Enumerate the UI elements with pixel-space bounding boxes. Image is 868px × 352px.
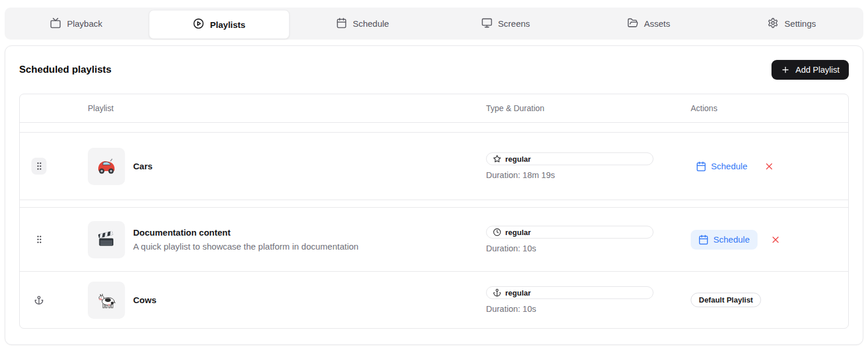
tab-label: Playback	[67, 19, 102, 29]
playlist-name: Cars	[133, 161, 152, 171]
calendar-icon	[698, 234, 709, 245]
anchored-indicator	[31, 291, 47, 308]
star-icon	[493, 155, 501, 163]
cow-emoji	[95, 289, 118, 312]
table-header-row: Playlist Type & Duration Actions	[20, 94, 848, 123]
grip-vertical-icon	[34, 161, 44, 171]
plus-icon	[781, 65, 790, 74]
schedule-button[interactable]: Schedule	[696, 161, 748, 172]
tab-label: Screens	[498, 19, 530, 29]
tab-playback[interactable]: Playback	[5, 8, 148, 40]
default-playlist-badge: Default Playlist	[691, 293, 761, 307]
clock-icon	[493, 228, 501, 236]
tab-schedule[interactable]: Schedule	[291, 8, 434, 40]
playlist-name: Cows	[133, 295, 156, 305]
playlist-thumbnail	[88, 282, 125, 319]
playlist-type-label: regular	[505, 228, 531, 237]
folder-open-icon	[627, 17, 638, 30]
tab-label: Playlists	[210, 20, 245, 30]
table-row-cows: Cows regular Duration: 10s Default Playl…	[20, 272, 848, 328]
playlist-type-badge: regular	[486, 152, 653, 165]
x-icon	[770, 234, 781, 245]
anchor-icon	[493, 289, 501, 297]
playlist-type-badge: regular	[486, 286, 653, 299]
playlist-description: A quick playlist to showcase the platfor…	[133, 241, 359, 251]
add-playlist-label: Add Playlist	[795, 65, 840, 74]
delete-playlist-button[interactable]	[770, 234, 781, 245]
type-duration-column-header: Type & Duration	[486, 104, 672, 113]
playlist-info: Cars	[133, 161, 152, 171]
playlist-info: Documentation content A quick playlist t…	[133, 227, 359, 251]
calendar-icon	[336, 17, 347, 30]
schedule-label: Schedule	[711, 161, 748, 171]
table-row-cars: Cars regular Duration: 18m 19s Schedule	[20, 133, 848, 200]
tab-settings[interactable]: Settings	[720, 8, 863, 40]
playlist-info: Cows	[133, 295, 156, 305]
drop-zone-row	[20, 200, 848, 208]
add-playlist-button[interactable]: Add Playlist	[771, 60, 849, 80]
play-circle-icon	[193, 18, 204, 31]
playlists-table: Playlist Type & Duration Actions Cars	[19, 94, 849, 329]
tab-label: Settings	[784, 19, 816, 29]
x-icon	[764, 161, 774, 172]
playlist-duration: Duration: 18m 19s	[486, 170, 672, 180]
tab-playlists[interactable]: Playlists	[149, 10, 290, 39]
playlist-column-header: Playlist	[88, 104, 486, 113]
playlist-name: Documentation content	[133, 227, 359, 237]
page-title: Scheduled playlists	[19, 64, 112, 76]
schedule-label: Schedule	[713, 234, 750, 244]
playlist-duration: Duration: 10s	[486, 304, 672, 314]
grip-vertical-icon	[34, 234, 44, 244]
tv-icon	[50, 17, 61, 30]
drag-handle[interactable]	[31, 231, 47, 248]
actions-column-header: Actions	[672, 104, 848, 113]
playlist-type-badge: regular	[486, 226, 653, 239]
playlist-thumbnail	[88, 148, 125, 185]
tab-screens[interactable]: Screens	[434, 8, 577, 40]
monitor-icon	[481, 17, 492, 30]
playlist-thumbnail	[88, 221, 125, 258]
clapper-board-emoji	[95, 228, 118, 251]
playlist-type-label: regular	[505, 155, 531, 163]
card-header: Scheduled playlists Add Playlist	[19, 60, 849, 80]
drop-zone-row	[20, 123, 848, 133]
playlist-type-label: regular	[505, 289, 531, 297]
tab-label: Assets	[644, 19, 670, 29]
tab-label: Schedule	[353, 19, 390, 29]
delete-playlist-button[interactable]	[764, 161, 774, 172]
scheduled-playlists-card: Scheduled playlists Add Playlist Playlis…	[5, 45, 863, 345]
calendar-icon	[696, 161, 706, 172]
gear-icon	[767, 17, 778, 30]
schedule-button[interactable]: Schedule	[691, 230, 758, 250]
playlist-duration: Duration: 10s	[486, 244, 672, 253]
anchor-icon	[34, 296, 44, 305]
tab-assets[interactable]: Assets	[577, 8, 720, 40]
table-row-documentation-content: Documentation content A quick playlist t…	[20, 208, 848, 272]
red-car-emoji	[95, 155, 118, 178]
drag-handle[interactable]	[31, 158, 47, 175]
top-navigation: Playback Playlists Schedule Screens Asse…	[5, 8, 863, 40]
